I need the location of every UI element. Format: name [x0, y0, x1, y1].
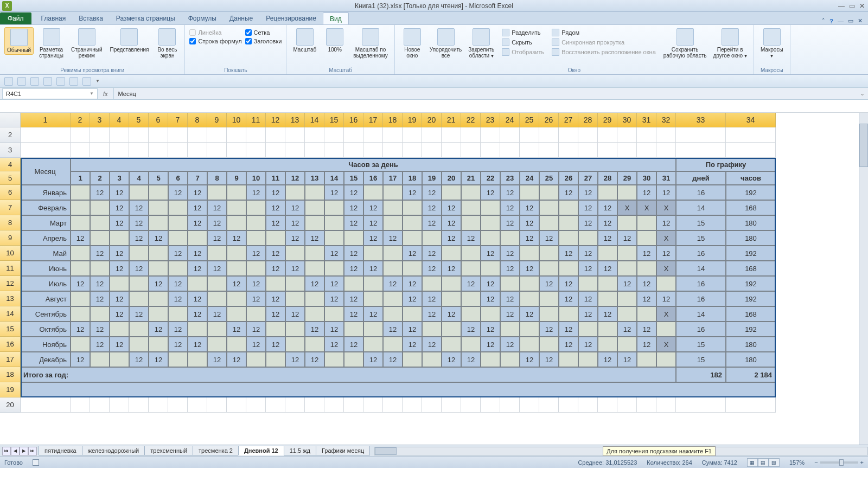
cell-data[interactable] — [539, 185, 559, 200]
cell-data[interactable] — [285, 276, 305, 291]
cell[interactable] — [403, 397, 422, 413]
cell-data[interactable] — [363, 291, 383, 306]
cell-data[interactable]: 12 — [227, 352, 246, 367]
cell-data[interactable]: 12 — [324, 291, 344, 306]
cell[interactable] — [188, 397, 207, 413]
cell-data[interactable] — [461, 261, 481, 276]
cell-day-header[interactable]: 2 — [90, 171, 110, 185]
cell-data[interactable] — [110, 352, 129, 367]
cell-hours[interactable]: 180 — [726, 352, 776, 367]
column-header[interactable]: 30 — [617, 113, 637, 127]
cell-data[interactable] — [90, 306, 110, 322]
cell[interactable] — [461, 397, 481, 413]
cell-data[interactable]: 12 — [442, 306, 461, 322]
cell-data[interactable]: 12 — [617, 230, 637, 246]
cell-data[interactable]: 12 — [481, 337, 500, 352]
cell-data[interactable] — [246, 261, 266, 276]
row-header[interactable]: 17 — [0, 352, 21, 367]
cell-data[interactable]: 12 — [110, 215, 129, 230]
cell-data[interactable] — [461, 306, 481, 322]
column-header[interactable]: 20 — [422, 113, 442, 127]
cell-data[interactable]: 12 — [559, 291, 578, 306]
row-header[interactable]: 14 — [0, 306, 21, 322]
cell[interactable] — [363, 397, 383, 413]
fx-icon[interactable]: fx — [98, 88, 114, 99]
cell-day-header[interactable]: 29 — [617, 171, 637, 185]
cell-data[interactable] — [656, 276, 676, 291]
cell-data[interactable] — [129, 185, 149, 200]
sheet-tab[interactable]: тресменка 2 — [193, 446, 239, 455]
cell[interactable] — [71, 143, 90, 158]
cell[interactable] — [578, 127, 598, 143]
cell[interactable] — [344, 397, 363, 413]
scrollbar-thumb[interactable] — [859, 124, 868, 167]
cell-data[interactable]: 12 — [578, 337, 598, 352]
cell-data[interactable] — [266, 352, 285, 367]
cell-data[interactable] — [598, 246, 617, 261]
cell-data[interactable]: 12 — [149, 352, 168, 367]
cell-data[interactable]: 12 — [559, 246, 578, 261]
cell-data[interactable] — [149, 200, 168, 215]
cell-data[interactable] — [442, 246, 461, 261]
cell-data[interactable] — [90, 352, 110, 367]
column-header[interactable]: 25 — [520, 113, 539, 127]
cell-data[interactable] — [149, 306, 168, 322]
cell-data[interactable]: 12 — [168, 276, 188, 291]
checkbox-Строка формул[interactable]: Строка формул — [189, 38, 241, 44]
cell-data[interactable] — [168, 352, 188, 367]
cell-data[interactable] — [578, 276, 598, 291]
cell-data[interactable]: 12 — [305, 352, 324, 367]
cell-data[interactable] — [520, 337, 539, 352]
cell[interactable] — [656, 143, 676, 158]
cell-data[interactable]: 12 — [344, 337, 363, 352]
cell-days[interactable]: 16 — [676, 185, 726, 200]
cell[interactable] — [305, 143, 324, 158]
cell-data[interactable] — [539, 246, 559, 261]
cell-data[interactable]: 12 — [403, 322, 422, 337]
cell-data[interactable] — [500, 230, 520, 246]
cell[interactable] — [422, 127, 442, 143]
cell-data[interactable]: 12 — [598, 215, 617, 230]
cell-data[interactable]: 12 — [344, 200, 363, 215]
cell-data[interactable] — [403, 230, 422, 246]
column-header[interactable]: 3 — [90, 113, 110, 127]
cell-data[interactable] — [637, 306, 656, 322]
cell-data[interactable] — [383, 291, 403, 306]
cell-data[interactable] — [363, 337, 383, 352]
cell-data[interactable] — [539, 261, 559, 276]
cell-data[interactable] — [559, 261, 578, 276]
cell[interactable] — [110, 143, 129, 158]
cell-sum-header[interactable]: часов — [726, 171, 776, 185]
cell-data[interactable]: 12 — [305, 276, 324, 291]
cell-data[interactable]: 12 — [539, 276, 559, 291]
cell[interactable] — [461, 143, 481, 158]
cell[interactable] — [726, 127, 776, 143]
cell-data[interactable] — [520, 185, 539, 200]
cell-data[interactable]: 12 — [207, 200, 227, 215]
cell-data[interactable]: 12 — [559, 185, 578, 200]
column-header[interactable]: 15 — [324, 113, 344, 127]
cell-data[interactable] — [90, 200, 110, 215]
cell-data[interactable]: 12 — [363, 261, 383, 276]
cell-day-header[interactable]: 25 — [539, 171, 559, 185]
cell-data[interactable] — [305, 261, 324, 276]
minimize-icon[interactable]: — — [838, 2, 845, 10]
cell-data[interactable] — [481, 200, 500, 215]
cell-data[interactable]: 12 — [129, 215, 149, 230]
cell-data[interactable]: 12 — [578, 185, 598, 200]
cell-data[interactable]: X — [637, 200, 656, 215]
cell-data[interactable] — [403, 200, 422, 215]
cell-hours[interactable]: 180 — [726, 337, 776, 352]
ribbon-button[interactable]: Страничныйрежим — [69, 27, 105, 60]
cell-day-header[interactable]: 11 — [266, 171, 285, 185]
cell-data[interactable]: 12 — [422, 306, 442, 322]
cell[interactable] — [21, 143, 71, 158]
open-icon[interactable] — [43, 77, 52, 86]
cell-data[interactable] — [520, 246, 539, 261]
cell[interactable] — [227, 143, 246, 158]
cell-data[interactable]: 12 — [637, 337, 656, 352]
tab-first-icon[interactable]: ⏮ — [2, 447, 11, 455]
cell[interactable] — [110, 127, 129, 143]
cell-hours[interactable]: 192 — [726, 246, 776, 261]
formula-value[interactable]: Месяц — [114, 91, 141, 97]
